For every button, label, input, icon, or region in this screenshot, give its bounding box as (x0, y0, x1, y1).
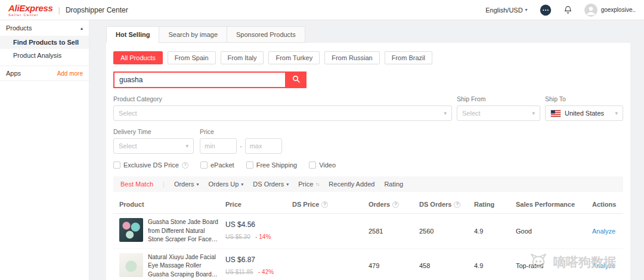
hot-selling-panel: All Products From Spain From Italy From … (106, 43, 630, 280)
pill-all-products[interactable]: All Products (113, 51, 163, 64)
ship-to-select[interactable]: United States ▾ (545, 105, 623, 121)
avatar (584, 4, 597, 17)
checkbox-video[interactable]: Video (309, 161, 336, 169)
price-original: US $11.85 (225, 269, 253, 275)
chevron-down-icon: ▾ (525, 7, 528, 13)
analyze-link[interactable]: Analyze (587, 262, 623, 269)
checkbox-exclusive-ds-price[interactable]: Exclusive DS Price ? (113, 161, 188, 169)
col-price: Price (221, 201, 287, 208)
app-title: Dropshipper Center (66, 6, 128, 14)
pill-from-spain[interactable]: From Spain (168, 51, 216, 64)
col-product: Product (113, 201, 221, 208)
ship-to-value: United States (565, 110, 604, 117)
chevron-up-icon: ▴ (80, 26, 83, 31)
sort-orders-up[interactable]: Orders Up ▾ (209, 181, 244, 188)
notifications-bell-icon[interactable] (564, 5, 572, 14)
ship-from-select[interactable]: Select ▾ (457, 105, 540, 121)
price-original: US $5.30 (225, 234, 250, 240)
sidebar-products-label: Products (6, 24, 32, 32)
pill-from-brazil[interactable]: From Brazil (385, 51, 432, 64)
sidebar-item-label: Product Analysis (13, 52, 61, 59)
sidebar-apps-label: Apps (6, 70, 21, 77)
table-row: Natural Xiuyu Jade Facial Eye Massage Ro… (113, 249, 623, 280)
chevron-down-icon: ▾ (286, 182, 289, 187)
sales-performance-value: Good (511, 228, 587, 235)
top-header: AliExpress Seller Center | Dropshipper C… (0, 0, 644, 20)
pill-from-italy[interactable]: From Italy (221, 51, 264, 64)
search-input[interactable] (113, 71, 285, 88)
price-min-input[interactable] (200, 138, 237, 154)
price-max-input[interactable] (245, 138, 282, 154)
sort-orders[interactable]: Orders ▾ (174, 181, 199, 188)
col-ds-price: DS Price ? (287, 201, 364, 208)
chevron-down-icon: ▾ (197, 182, 199, 187)
info-icon: ? (321, 201, 328, 208)
search-icon (292, 74, 301, 85)
tab-sponsored-products[interactable]: Sponsored Products (227, 26, 305, 43)
aliexpress-logo[interactable]: AliExpress Seller Center (8, 4, 53, 17)
pill-from-russian[interactable]: From Russian (324, 51, 379, 64)
discount-badge: - 14% (255, 234, 271, 240)
header-divider: | (58, 5, 60, 14)
filter-row-primary: Product Category Select ▾ Ship From Sele… (113, 88, 623, 121)
pill-from-turkey[interactable]: From Turkey (268, 51, 320, 64)
sort-recently-added[interactable]: Recently Added (329, 181, 374, 188)
language-currency-selector[interactable]: English/USD ▾ (485, 7, 527, 14)
sidebar-item-product-analysis[interactable]: Product Analysis (0, 49, 89, 62)
chevron-down-icon: ▾ (185, 143, 188, 149)
product-image[interactable] (119, 218, 143, 242)
tab-hot-selling[interactable]: Hot Selling (106, 26, 159, 43)
search-button[interactable] (285, 71, 306, 88)
price-range-inputs: - (200, 138, 331, 154)
sidebar-item-find-products[interactable]: Find Products to Sell (0, 36, 89, 49)
table-row: Guasha Stone Jade Board from Different N… (113, 214, 623, 249)
orders-value: 2581 (364, 228, 414, 235)
sidebar: Products ▴ Find Products to Sell Product… (0, 20, 89, 280)
account-menu[interactable]: goexplosive.. (584, 4, 636, 17)
us-flag-icon (550, 110, 561, 117)
ship-to-label: Ship To (545, 95, 623, 102)
logo-subtext: Seller Center (8, 13, 53, 17)
analyze-link[interactable]: Analyze (587, 228, 623, 235)
sort-price[interactable]: Price ↑↓ (298, 181, 319, 188)
add-more-link[interactable]: Add more (57, 70, 83, 77)
orders-value: 479 (364, 262, 414, 269)
checkbox-filters: Exclusive DS Price ? ePacket Free Shippi… (113, 161, 623, 169)
product-image[interactable] (119, 253, 143, 277)
messages-icon[interactable] (540, 4, 552, 16)
main-content: Hot Selling Search by image Sponsored Pr… (89, 20, 644, 280)
sidebar-section-products[interactable]: Products ▴ (0, 20, 89, 36)
chevron-down-icon: ▾ (444, 110, 447, 116)
header-right: English/USD ▾ goexplosive.. (485, 4, 636, 17)
language-label: English/USD (485, 7, 522, 14)
sidebar-section-apps[interactable]: Apps Add more (0, 66, 89, 81)
search-bar (113, 71, 623, 88)
info-icon: ? (454, 201, 460, 208)
filter-row-secondary: Delivery Time Select ▾ Price - (113, 121, 623, 154)
sort-divider: | (163, 181, 165, 188)
discount-badge: - 42% (258, 269, 274, 275)
rating-value: 4.9 (469, 228, 511, 235)
product-title[interactable]: Natural Xiuyu Jade Facial Eye Massage Ro… (148, 253, 221, 279)
tab-bar: Hot Selling Search by image Sponsored Pr… (106, 26, 630, 43)
col-actions: Actions (587, 201, 623, 208)
price-current: US $4.56 (225, 220, 287, 229)
price-range-dash: - (240, 142, 242, 150)
checkbox-epacket[interactable]: ePacket (200, 161, 234, 169)
checkbox-box (309, 161, 316, 169)
sort-bar: Best Match | Orders ▾ Orders Up ▾ DS Ord… (113, 176, 623, 192)
sort-rating[interactable]: Rating (384, 181, 403, 188)
sort-ds-orders[interactable]: DS Orders ▾ (253, 181, 289, 188)
ds-orders-value: 2560 (414, 228, 469, 235)
checkbox-free-shipping[interactable]: Free Shipping (246, 161, 298, 169)
product-category-select[interactable]: Select ▾ (113, 105, 452, 121)
username: goexplosive.. (601, 7, 636, 13)
product-title[interactable]: Guasha Stone Jade Board from Different N… (148, 218, 221, 244)
delivery-time-select[interactable]: Select ▾ (113, 138, 194, 154)
sort-arrows-icon: ↑↓ (315, 182, 319, 187)
tab-search-by-image[interactable]: Search by image (159, 26, 227, 43)
chevron-down-icon: ▾ (615, 110, 618, 116)
sort-best-match[interactable]: Best Match (120, 181, 153, 188)
price-current: US $6.87 (225, 256, 287, 264)
col-rating: Rating (469, 201, 511, 208)
